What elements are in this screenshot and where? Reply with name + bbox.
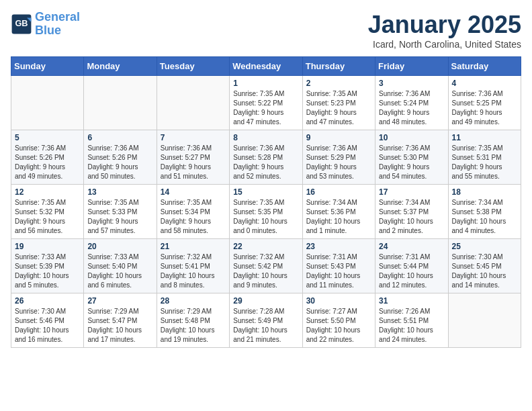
day-number: 9	[306, 133, 371, 142]
calendar-cell: 20Sunrise: 7:33 AM Sunset: 5:40 PM Dayli…	[84, 239, 157, 293]
calendar-cell: 10Sunrise: 7:36 AM Sunset: 5:30 PM Dayli…	[375, 130, 448, 185]
day-info: Sunrise: 7:32 AM Sunset: 5:41 PM Dayligh…	[161, 253, 226, 290]
day-number: 12	[15, 187, 80, 197]
day-number: 6	[87, 133, 152, 142]
calendar-cell: 14Sunrise: 7:35 AM Sunset: 5:34 PM Dayli…	[157, 185, 229, 239]
day-number: 8	[233, 133, 298, 142]
day-info: Sunrise: 7:36 AM Sunset: 5:26 PM Dayligh…	[87, 144, 152, 181]
calendar-cell: 19Sunrise: 7:33 AM Sunset: 5:39 PM Dayli…	[11, 239, 84, 293]
calendar-cell: 13Sunrise: 7:35 AM Sunset: 5:33 PM Dayli…	[84, 185, 157, 239]
day-info: Sunrise: 7:36 AM Sunset: 5:27 PM Dayligh…	[161, 144, 226, 181]
calendar-cell: 27Sunrise: 7:29 AM Sunset: 5:47 PM Dayli…	[84, 293, 157, 348]
day-number: 13	[87, 187, 152, 197]
location: Icard, North Carolina, United States	[368, 39, 521, 50]
day-number: 16	[306, 187, 371, 197]
day-info: Sunrise: 7:34 AM Sunset: 5:37 PM Dayligh…	[379, 198, 444, 236]
day-info: Sunrise: 7:29 AM Sunset: 5:48 PM Dayligh…	[161, 307, 226, 345]
calendar-cell: 7Sunrise: 7:36 AM Sunset: 5:27 PM Daylig…	[157, 130, 229, 185]
day-number: 4	[452, 79, 517, 88]
day-number: 23	[306, 242, 371, 251]
calendar-cell	[84, 76, 157, 130]
day-info: Sunrise: 7:35 AM Sunset: 5:22 PM Dayligh…	[233, 89, 298, 127]
logo-text: General Blue	[35, 11, 80, 38]
day-number: 14	[161, 187, 226, 197]
day-info: Sunrise: 7:36 AM Sunset: 5:26 PM Dayligh…	[15, 144, 80, 181]
day-info: Sunrise: 7:32 AM Sunset: 5:42 PM Dayligh…	[233, 253, 298, 290]
day-info: Sunrise: 7:27 AM Sunset: 5:50 PM Dayligh…	[306, 307, 371, 345]
day-number: 10	[379, 133, 444, 142]
day-number: 31	[379, 296, 444, 306]
day-number: 15	[233, 187, 298, 197]
day-number: 17	[379, 187, 444, 197]
day-number: 2	[306, 79, 371, 88]
day-number: 25	[452, 242, 517, 251]
day-info: Sunrise: 7:33 AM Sunset: 5:39 PM Dayligh…	[15, 253, 80, 290]
day-info: Sunrise: 7:36 AM Sunset: 5:30 PM Dayligh…	[379, 144, 444, 181]
logo-icon: GB	[11, 13, 32, 35]
svg-text:GB: GB	[15, 18, 28, 28]
weekday-header-friday: Friday	[375, 57, 448, 76]
calendar-cell: 16Sunrise: 7:34 AM Sunset: 5:36 PM Dayli…	[302, 185, 375, 239]
day-number: 27	[87, 296, 152, 306]
calendar-week-row: 12Sunrise: 7:35 AM Sunset: 5:32 PM Dayli…	[11, 185, 521, 239]
calendar-week-row: 5Sunrise: 7:36 AM Sunset: 5:26 PM Daylig…	[11, 130, 521, 185]
calendar-cell: 29Sunrise: 7:28 AM Sunset: 5:49 PM Dayli…	[230, 293, 302, 348]
calendar-cell: 3Sunrise: 7:36 AM Sunset: 5:24 PM Daylig…	[375, 76, 448, 130]
calendar-cell: 8Sunrise: 7:36 AM Sunset: 5:28 PM Daylig…	[230, 130, 302, 185]
day-info: Sunrise: 7:29 AM Sunset: 5:47 PM Dayligh…	[87, 307, 152, 345]
day-number: 26	[15, 296, 80, 306]
calendar-week-row: 26Sunrise: 7:30 AM Sunset: 5:46 PM Dayli…	[11, 293, 521, 348]
calendar-cell: 23Sunrise: 7:31 AM Sunset: 5:43 PM Dayli…	[302, 239, 375, 293]
day-info: Sunrise: 7:34 AM Sunset: 5:36 PM Dayligh…	[306, 198, 371, 236]
logo-line1: General	[35, 10, 80, 24]
calendar-cell: 30Sunrise: 7:27 AM Sunset: 5:50 PM Dayli…	[302, 293, 375, 348]
calendar-cell: 28Sunrise: 7:29 AM Sunset: 5:48 PM Dayli…	[157, 293, 229, 348]
day-info: Sunrise: 7:31 AM Sunset: 5:44 PM Dayligh…	[379, 253, 444, 290]
weekday-header-saturday: Saturday	[448, 57, 521, 76]
weekday-header-monday: Monday	[84, 57, 157, 76]
day-number: 5	[15, 133, 80, 142]
calendar-week-row: 19Sunrise: 7:33 AM Sunset: 5:39 PM Dayli…	[11, 239, 521, 293]
day-info: Sunrise: 7:35 AM Sunset: 5:34 PM Dayligh…	[161, 198, 226, 236]
day-info: Sunrise: 7:35 AM Sunset: 5:32 PM Dayligh…	[15, 198, 80, 236]
calendar-cell: 15Sunrise: 7:35 AM Sunset: 5:35 PM Dayli…	[230, 185, 302, 239]
day-number: 28	[161, 296, 226, 306]
calendar-cell: 1Sunrise: 7:35 AM Sunset: 5:22 PM Daylig…	[230, 76, 302, 130]
day-info: Sunrise: 7:34 AM Sunset: 5:38 PM Dayligh…	[452, 198, 517, 236]
calendar-table: SundayMondayTuesdayWednesdayThursdayFrid…	[11, 56, 521, 348]
calendar-cell	[157, 76, 229, 130]
day-info: Sunrise: 7:30 AM Sunset: 5:46 PM Dayligh…	[15, 307, 80, 345]
calendar-cell: 24Sunrise: 7:31 AM Sunset: 5:44 PM Dayli…	[375, 239, 448, 293]
calendar-cell: 17Sunrise: 7:34 AM Sunset: 5:37 PM Dayli…	[375, 185, 448, 239]
day-info: Sunrise: 7:35 AM Sunset: 5:23 PM Dayligh…	[306, 89, 371, 127]
day-info: Sunrise: 7:36 AM Sunset: 5:24 PM Dayligh…	[379, 89, 444, 127]
calendar-cell: 11Sunrise: 7:35 AM Sunset: 5:31 PM Dayli…	[448, 130, 521, 185]
day-info: Sunrise: 7:35 AM Sunset: 5:33 PM Dayligh…	[87, 198, 152, 236]
day-number: 22	[233, 242, 298, 251]
day-info: Sunrise: 7:36 AM Sunset: 5:29 PM Dayligh…	[306, 144, 371, 181]
weekday-header-wednesday: Wednesday	[230, 57, 302, 76]
calendar-cell	[11, 76, 84, 130]
day-number: 11	[452, 133, 517, 142]
logo: GB General Blue	[11, 11, 80, 38]
calendar-cell: 25Sunrise: 7:30 AM Sunset: 5:45 PM Dayli…	[448, 239, 521, 293]
calendar-cell: 31Sunrise: 7:26 AM Sunset: 5:51 PM Dayli…	[375, 293, 448, 348]
title-block: January 2025 Icard, North Carolina, Unit…	[368, 11, 521, 50]
day-number: 24	[379, 242, 444, 251]
calendar-cell	[448, 293, 521, 348]
calendar-cell: 5Sunrise: 7:36 AM Sunset: 5:26 PM Daylig…	[11, 130, 84, 185]
day-info: Sunrise: 7:31 AM Sunset: 5:43 PM Dayligh…	[306, 253, 371, 290]
day-info: Sunrise: 7:28 AM Sunset: 5:49 PM Dayligh…	[233, 307, 298, 345]
day-info: Sunrise: 7:26 AM Sunset: 5:51 PM Dayligh…	[379, 307, 444, 345]
day-number: 7	[161, 133, 226, 142]
day-number: 19	[15, 242, 80, 251]
calendar-cell: 4Sunrise: 7:36 AM Sunset: 5:25 PM Daylig…	[448, 76, 521, 130]
calendar-cell: 12Sunrise: 7:35 AM Sunset: 5:32 PM Dayli…	[11, 185, 84, 239]
calendar-cell: 18Sunrise: 7:34 AM Sunset: 5:38 PM Dayli…	[448, 185, 521, 239]
calendar-cell: 9Sunrise: 7:36 AM Sunset: 5:29 PM Daylig…	[302, 130, 375, 185]
day-number: 29	[233, 296, 298, 306]
day-info: Sunrise: 7:35 AM Sunset: 5:31 PM Dayligh…	[452, 144, 517, 181]
day-number: 3	[379, 79, 444, 88]
day-number: 1	[233, 79, 298, 88]
weekday-header-sunday: Sunday	[11, 57, 84, 76]
